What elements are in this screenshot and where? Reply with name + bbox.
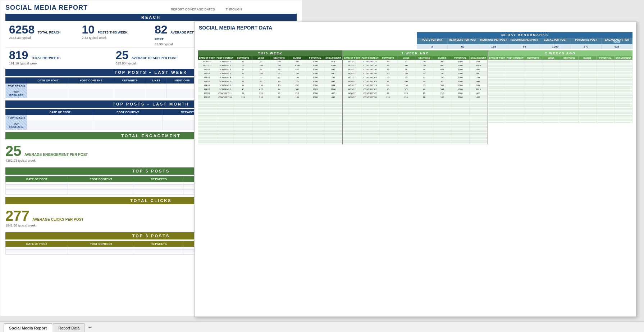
table-row: 1099 xyxy=(470,64,488,68)
table-row: 100 xyxy=(288,76,306,80)
list-item: 8/27/17CONTENT 835555771001000237 xyxy=(343,76,487,80)
table-row: 511 xyxy=(470,60,488,64)
this-week-header: THIS WEEK xyxy=(198,50,342,56)
table-row: 55 xyxy=(415,84,433,88)
table-row: 1000 xyxy=(306,60,324,64)
list-item: 9/5/17CONTENT 1122215332151000485 xyxy=(198,91,342,95)
list-item: 9/3/17CONTENT 8779010651000442 xyxy=(198,80,342,84)
avg-reach-block: 25 AVERAGE REACH PER POST 625.80 typical xyxy=(112,48,190,67)
total-retweets-value: 819 xyxy=(9,49,28,62)
table-row xyxy=(615,121,632,123)
table-row: CONTENT 30 xyxy=(361,68,379,72)
list-item: 9/2/17CONTENT 536140551601000440 xyxy=(198,72,342,76)
table-row: 100 xyxy=(270,60,288,64)
list-item: 8/26/17CONTENT 5690140551601000440 xyxy=(343,72,487,76)
table-row: 8/24/17 xyxy=(343,64,361,68)
list-item: 8/28/17CONTENT 857720010651000442 xyxy=(343,80,487,84)
tab-report-data[interactable]: Report Data xyxy=(53,323,85,332)
coverage-dates: REPORT COVERAGE DATES xyxy=(171,8,215,11)
list-item: 9/4/17CONTENT 6456774459113831206 xyxy=(198,88,342,91)
table-row: 100 xyxy=(433,76,451,80)
table-row xyxy=(579,121,597,123)
table-row xyxy=(343,143,361,144)
benchmarks-header: 30 DAY BENCHMARKS xyxy=(417,32,632,38)
ow-date-col: DATE OF POST xyxy=(343,56,361,60)
tab-add-button[interactable]: + xyxy=(86,323,94,332)
table-row: 99 xyxy=(379,64,397,68)
tab-bar: Social Media Report Report Data + xyxy=(0,321,644,332)
table-row xyxy=(234,143,252,144)
tw-col-likes: LIKES xyxy=(146,78,166,84)
ow-retweets-col: RETWEETS xyxy=(379,56,397,60)
table-row: 66 xyxy=(252,68,270,72)
weeks-container: THIS WEEK DATE OF POST POST CONTENT RETW… xyxy=(198,50,632,144)
table-row: 10 xyxy=(270,84,288,88)
table-row: 485 xyxy=(470,91,488,95)
list-item: 8/30/17CONTENT 4722215332151000485 xyxy=(343,91,487,95)
table-row: 8/26/17 xyxy=(343,72,361,76)
table-row: 1000 xyxy=(451,68,469,72)
table-row: CONTENT 47 xyxy=(361,91,379,95)
table-row: 591 xyxy=(433,88,451,91)
table-row: 166 xyxy=(415,64,433,68)
table-row: CONTENT 22 xyxy=(361,60,379,64)
this-week-rows: 8/30/17CONTENT 1892210030010005118/31/17… xyxy=(198,60,342,144)
two-week-col-headers: DATE OF POST POST CONTENT RETWEETS LIKES… xyxy=(488,56,632,60)
tw-clicks-col: CLICKS xyxy=(288,56,306,60)
tt-potential-col: POTENTIAL xyxy=(597,56,615,60)
tt-retweets-col: RETWEETS xyxy=(524,56,542,60)
table-row: 1000 xyxy=(451,91,469,95)
one-week-col-headers: DATE OF POST POST CONTENT RETWEETS LIKES… xyxy=(343,56,487,60)
one-week-header: 1 WEEK AGO xyxy=(343,50,487,56)
table-row: 9/3/17 xyxy=(198,80,216,84)
table-row: 1000 xyxy=(306,84,324,88)
avg-clicks-value: 277 xyxy=(5,208,29,224)
table-row: 442 xyxy=(324,68,342,72)
list-item: 9/3/17CONTENT 45555771001000237 xyxy=(198,76,342,80)
table-row: 10 xyxy=(270,80,288,84)
tm-row-label-reshare: TOP RESHARE xyxy=(6,121,27,130)
table-row: 9/4/17 xyxy=(198,88,216,91)
table-row: CONTENT 8 xyxy=(216,80,234,84)
tt-mentions-col: MENTIONS xyxy=(560,56,578,60)
tw-row-label-reach: TOP REACH xyxy=(6,84,27,89)
table-row: 89 xyxy=(379,60,397,64)
table-row xyxy=(288,143,306,144)
table-row: CONTENT 5 xyxy=(216,72,234,76)
table-row xyxy=(379,143,397,144)
table-row: 45 xyxy=(379,88,397,91)
table-row: 1000 xyxy=(306,76,324,80)
table-row xyxy=(361,143,379,144)
total-reach-typical: 2333.33 typical xyxy=(9,36,75,40)
table-row: 45 xyxy=(234,88,252,91)
tw-engagement-col: ENGAGEMENT xyxy=(324,56,342,60)
table-row: 1000 xyxy=(451,76,469,80)
table-row: 111 xyxy=(379,95,397,99)
table-row: 215 xyxy=(397,91,415,95)
table-row: CONTENT 83 xyxy=(361,76,379,80)
table-row: 300 xyxy=(288,60,306,64)
table-row: 485 xyxy=(324,91,342,95)
list-item: 8/31/17CONTENT 299300100100010001099 xyxy=(198,64,342,68)
tw-col-retweets: RETWEETS xyxy=(113,78,146,84)
t5-col-retweets: RETWEETS xyxy=(134,176,183,182)
table-row: CONTENT 36 xyxy=(361,95,379,99)
total-retweets-block: 819 TOTAL RETWEETS 191.10 typical week xyxy=(5,48,83,67)
table-row: 165 xyxy=(288,95,306,99)
table-row: 8/30/17 xyxy=(198,60,216,64)
tm-row-label-reach: TOP REACH xyxy=(6,115,27,121)
table-row: 9/4/17 xyxy=(198,84,216,88)
tab-social-media-report[interactable]: Social Media Report xyxy=(4,323,52,332)
avg-reach-typical: 625.80 typical xyxy=(116,62,187,65)
list-item xyxy=(488,121,632,123)
table-row: 33 xyxy=(415,91,433,95)
table-row: 1000 xyxy=(288,64,306,68)
tw-date-col: DATE OF POST xyxy=(198,56,216,60)
tw-row-label-reshare: TOP RESHARE xyxy=(6,89,27,98)
table-row: 8/30/17 xyxy=(343,91,361,95)
table-row: 427 xyxy=(288,68,306,72)
tw-col-label xyxy=(6,78,27,84)
ow-clicks-col: CLICKS xyxy=(433,56,451,60)
tw-col-date: DATE OF POST xyxy=(27,78,69,84)
benchmarks-left xyxy=(198,32,417,49)
